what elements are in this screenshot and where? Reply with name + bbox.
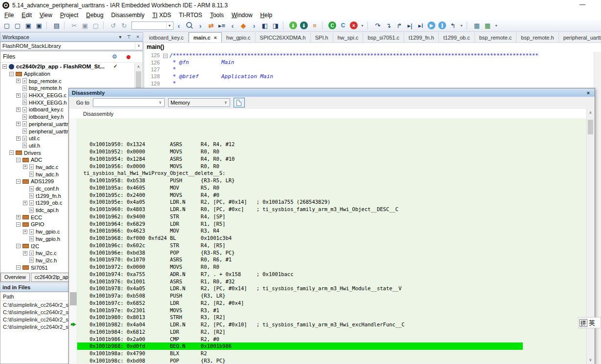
editor-tab[interactable]: t1299_fn.h [404,32,439,43]
tree-expander[interactable]: + [16,79,21,83]
editor-tab[interactable]: iotboard_key.c [145,32,189,43]
tree-expander[interactable]: − [9,72,14,76]
disassembly-line[interactable]: 0x1001b984: 0x6812 LDR R2, [R2] [77,328,586,336]
fold-toggle[interactable]: − [163,52,170,59]
disassembly-line[interactable]: 0x1001b982: 0x4a04 LDR.N R2, [PC, #0x10]… [77,321,586,328]
tree-expander[interactable]: + [23,251,27,256]
disassembly-line[interactable]: 0x1001b96e: 0xbd38 POP {R3-R5, PC} [77,249,586,257]
replace-icon[interactable]: ⇄ [206,21,216,30]
editor-line[interactable]: 127 * [145,66,594,73]
goto-address-combobox[interactable]: ∨ [93,98,165,107]
disassembly-line[interactable]: 0x1001b964: 0x6829 LDR R1, [R5] [77,220,586,228]
close-icon[interactable]: × [214,35,217,41]
debug-log-icon[interactable]: ▦ [483,21,493,30]
call-stack-icon[interactable]: ▦ [472,21,482,30]
disassembly-line[interactable]: 0x1001b960: 0x4803 LDR.N R0, [PC, #0xc] … [77,206,586,213]
break-icon[interactable]: ∥ [438,21,446,29]
disassembly-line[interactable]: 0x1001b970: 0x1070 ASRS R0, R6, #1 [77,256,586,263]
chevron-down-icon[interactable]: ∨ [157,99,164,106]
find-combobox[interactable]: ▾ [131,21,173,30]
tree-expander[interactable]: + [16,93,21,98]
disassembly-line[interactable]: 0x1001b95e: 0x4a05 LDR.N R2, [PC, #0x14]… [77,198,586,206]
run-to-cursor-icon[interactable]: ▸I [416,21,426,30]
menu-item[interactable]: Window [228,11,257,19]
disassembly-line[interactable]: 0x1001b95a: 0x4605 MOV R5, R0 [77,184,586,192]
pin-icon[interactable]: ⊥ [126,34,132,40]
tree-expander[interactable]: + [23,201,27,205]
disassembly-line[interactable]: 0x1001b95c: 0x2400 MOVS R4, #0 [77,192,586,199]
bookmark-icon[interactable]: ◆ [238,21,248,30]
redo-icon[interactable]: ↻ [119,21,129,30]
disassembly-line[interactable]: 0x1001b98c: 0xbd08 POP {R3, PC} [77,357,586,364]
disassembly-line[interactable]: 0x1001b978: 0x4a05 LDR.N R2, [PC, #0x14]… [77,285,586,292]
editor-tab[interactable]: main.c × [189,32,222,43]
prev-doc-icon[interactable]: ◧ [260,21,270,30]
menu-item[interactable]: Help [257,11,277,19]
scroll-up-icon[interactable]: ∧ [587,109,594,116]
menu-item[interactable]: Project [56,11,82,19]
disassembly-line[interactable]: 0x1001b966: 0x4623 MOV R3, R4 [77,227,586,235]
tree-expander[interactable]: + [16,107,21,112]
next-doc-icon[interactable]: ◨ [271,21,280,30]
tree-expander[interactable]: + [16,136,21,141]
stop-debugging-icon[interactable]: × [350,21,358,29]
editor-tab[interactable]: hw_spi.c [333,32,364,43]
chevron-down-icon[interactable]: ∨ [222,99,229,106]
editor-tab[interactable]: bsp_si7051.c [363,32,404,43]
print-icon[interactable]: ▤ [52,21,62,30]
scrollbar-thumb[interactable] [588,120,593,134]
next-bookmark-icon[interactable]: › [249,21,259,30]
disassembly-line[interactable]: 0x1001b97a: 0xb508 PUSH {R3, LR} [77,292,586,300]
tree-item[interactable]: − cc2640r2lp_app - FlashROM_St... ✓ [1,63,134,70]
ime-english-button[interactable]: 英 [589,319,595,327]
disassembly-line[interactable]: 0x1001b986: 0x2a00 CMP R2, #0 [77,336,586,343]
close-icon[interactable]: × [585,90,592,96]
tree-expander[interactable]: − [9,150,14,155]
disassembly-line[interactable]: 0x1001b98a: 0x4790 BLX R2 [77,350,586,357]
menu-item[interactable]: TI XDS [149,11,175,19]
disassembly-line[interactable]: 0x1001b972: 0x0000 MOVS R0, R0 [77,263,586,271]
download-flash-icon[interactable]: ⇓ [300,21,308,29]
find-icon[interactable] [185,21,194,30]
disassembly-line[interactable]: 0x1001b96c: 0x602c STR R4, [R5] [77,242,586,249]
save-all-icon[interactable]: ▣ [34,21,44,30]
editor-tab[interactable]: bsp_remote.h [516,32,558,43]
tree-expander[interactable]: + [16,215,21,219]
tree-item[interactable]: − Application [1,70,134,78]
tree-expander[interactable]: + [23,165,27,169]
tree-expander[interactable]: + [23,230,27,234]
close-icon[interactable]: × [135,34,141,40]
tree-expander[interactable]: + [16,122,21,126]
disassembly-line[interactable]: 0x1001b980: 0x8013 STRH R3, [R2] [77,314,586,321]
disassembly-title-bar[interactable]: Disassembly × [69,88,595,97]
ime-pinyin-button[interactable]: 拼 [580,319,587,327]
build-configuration-dropdown[interactable]: FlashROM_StackLibrary ∨ [0,42,143,50]
tree-item[interactable]: + bsp_remote.c [1,77,134,85]
tree-expander[interactable]: − [16,222,21,227]
menu-item[interactable]: TI-RTOS [175,11,206,19]
minimize-button[interactable]: — [576,1,589,8]
next-statement-icon[interactable]: ▸| [405,21,415,30]
cspy-refresh-icon[interactable]: C [338,21,348,30]
disassembly-line[interactable]: 0x1001b962: 0x9400 STR R4, [SP] [77,213,586,220]
step-out-icon[interactable]: ↱ [394,21,404,30]
disassembly-line[interactable]: 0x1001b950: 0x1324 ASRS R4, R4, #12 [77,141,586,148]
menu-item[interactable]: Edit [18,11,36,19]
disassembly-line[interactable]: 0x1001b958: 0xb538 PUSH {R3-R5, LR} [77,177,586,184]
disassembly-gutter[interactable] [69,118,77,364]
editor-tab[interactable]: SPI.h [311,32,333,43]
tree-expander[interactable]: − [16,158,21,162]
open-file-icon[interactable]: ▢ [13,21,22,30]
disassembly-line[interactable]: 0x1001b952: 0x0000 MOVS R0, R0 [77,148,586,155]
find-next-icon[interactable]: › [195,21,205,30]
step-into-icon[interactable]: ↴ [384,21,393,30]
copy-icon[interactable]: ▣ [80,21,90,30]
reset-program-icon[interactable]: ↰ [448,21,458,30]
editor-tab[interactable]: t1299_ob.c [439,32,474,43]
menu-item[interactable]: Debug [82,11,107,19]
disassembly-line[interactable]: 0x1001b968: 0xf000 0xfd24 BL 0x1001c3b4 [77,235,586,242]
reset-icon[interactable]: C [328,21,336,29]
code-coverage-button[interactable] [234,98,245,107]
gear-icon[interactable]: ⚙ [112,53,117,60]
menu-item[interactable]: File [0,11,18,19]
